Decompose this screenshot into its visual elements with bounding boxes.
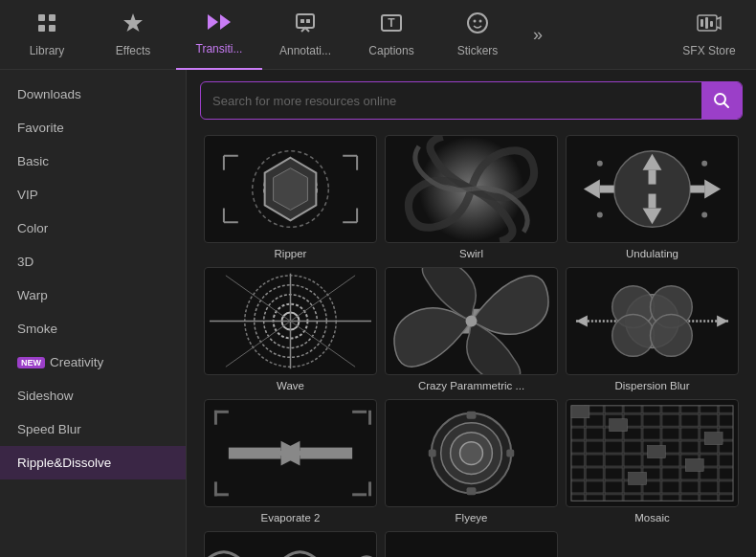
sidebar-item-downloads[interactable]: Downloads xyxy=(0,78,186,111)
grid-item-partial-1[interactable] xyxy=(200,527,381,557)
svg-point-65 xyxy=(651,315,693,357)
evaporate2-label: Evaporate 2 xyxy=(260,512,320,524)
nav-stickers[interactable]: Stickers xyxy=(434,0,521,70)
svg-marker-5 xyxy=(208,14,218,30)
search-container xyxy=(200,81,743,120)
wave-label: Wave xyxy=(277,380,304,391)
svg-rect-87 xyxy=(467,488,477,496)
svg-rect-1 xyxy=(49,14,56,21)
sidebar-item-basic[interactable]: Basic xyxy=(0,145,186,178)
mosaic-thumbnail xyxy=(566,399,739,507)
svg-marker-73 xyxy=(277,441,300,466)
flyeye-label: Flyeye xyxy=(456,512,488,524)
mosaic-label: Mosaic xyxy=(634,512,669,524)
grid-item-wave[interactable]: Wave xyxy=(200,263,381,395)
sidebar-speed-blur-label: Speed Blur xyxy=(17,422,81,436)
svg-marker-39 xyxy=(584,180,600,199)
svg-rect-42 xyxy=(690,186,704,193)
svg-rect-2 xyxy=(38,25,45,32)
svg-rect-94 xyxy=(648,446,666,458)
grid-item-swirl[interactable]: Swirl xyxy=(381,131,562,263)
sidebar-color-label: Color xyxy=(17,221,48,235)
svg-rect-18 xyxy=(710,21,713,27)
dispersion-blur-thumbnail xyxy=(566,267,739,375)
nav-library-label: Library xyxy=(30,44,65,57)
nav-captions[interactable]: T Captions xyxy=(348,0,434,70)
search-button[interactable] xyxy=(701,82,742,119)
crazy-parametric-thumbnail xyxy=(385,267,558,375)
sfx-icon xyxy=(696,11,723,40)
svg-marker-24 xyxy=(274,168,308,211)
nav-effects[interactable]: Effects xyxy=(90,0,176,70)
nav-captions-label: Captions xyxy=(368,44,413,57)
swirl-label: Swirl xyxy=(459,248,483,259)
sidebar-item-warp[interactable]: Warp xyxy=(0,278,186,312)
svg-point-44 xyxy=(701,161,707,167)
nav-stickers-label: Stickers xyxy=(457,44,499,57)
svg-marker-69 xyxy=(717,316,728,327)
svg-rect-8 xyxy=(300,19,304,23)
svg-rect-79 xyxy=(214,482,217,497)
effects-icon xyxy=(122,11,145,40)
undulating-label: Undulating xyxy=(626,248,678,259)
sidebar-item-favorite[interactable]: Favorite xyxy=(0,111,186,145)
annotations-icon xyxy=(294,11,317,40)
svg-rect-86 xyxy=(467,412,477,419)
svg-rect-40 xyxy=(600,186,614,193)
svg-rect-77 xyxy=(368,411,371,425)
sidebar-item-smoke[interactable]: Smoke xyxy=(0,312,186,345)
search-input[interactable] xyxy=(201,86,701,116)
undulating-thumbnail xyxy=(566,135,739,243)
sidebar: Downloads Favorite Basic VIP Color 3D Wa… xyxy=(0,70,187,557)
svg-rect-81 xyxy=(368,482,371,497)
transitions-grid: Ripper xyxy=(187,131,756,557)
sidebar-item-color[interactable]: Color xyxy=(0,212,186,245)
sidebar-item-vip[interactable]: VIP xyxy=(0,178,186,212)
sidebar-item-sideshow[interactable]: Sideshow xyxy=(0,379,186,412)
svg-text:T: T xyxy=(388,16,395,30)
svg-rect-95 xyxy=(685,459,703,472)
sidebar-item-creativity[interactable]: NEW Creativity xyxy=(0,345,186,379)
grid-item-ripper[interactable]: Ripper xyxy=(200,131,381,263)
sidebar-ripple-dissolve-label: Ripple&Dissolve xyxy=(17,456,111,470)
grid-item-crazy-parametric[interactable]: Crazy Parammetric ... xyxy=(381,263,562,395)
svg-rect-17 xyxy=(705,17,708,29)
sidebar-item-ripple-dissolve[interactable]: Ripple&Dissolve xyxy=(0,446,186,479)
search-bar xyxy=(187,70,756,131)
evaporate2-thumbnail xyxy=(204,399,377,507)
sidebar-3d-label: 3D xyxy=(17,255,33,269)
grid-item-flyeye[interactable]: Flyeye xyxy=(381,395,562,527)
svg-rect-97 xyxy=(704,433,723,445)
svg-rect-16 xyxy=(700,19,703,27)
flyeye-thumbnail xyxy=(385,399,558,507)
sidebar-item-speed-blur[interactable]: Speed Blur xyxy=(0,412,186,446)
swirl-thumbnail xyxy=(385,135,558,243)
grid-item-partial-2[interactable] xyxy=(381,527,562,557)
svg-rect-72 xyxy=(300,448,352,459)
grid-item-dispersion-blur[interactable]: Dispersion Blur xyxy=(562,263,743,395)
sidebar-basic-label: Basic xyxy=(17,154,49,168)
svg-rect-3 xyxy=(49,25,56,32)
nav-sfx-store[interactable]: SFX Store xyxy=(666,0,752,70)
top-navigation: Library Effects Transiti... Annotat xyxy=(0,0,756,70)
nav-transitions-label: Transiti... xyxy=(196,42,243,56)
nav-annotations[interactable]: Annotati... xyxy=(262,0,348,70)
nav-more-button[interactable]: » xyxy=(521,0,555,70)
sidebar-warp-label: Warp xyxy=(17,288,48,302)
svg-point-14 xyxy=(479,20,482,23)
grid-item-evaporate2[interactable]: Evaporate 2 xyxy=(200,395,381,527)
svg-point-12 xyxy=(468,13,487,33)
partial2-thumbnail xyxy=(385,531,558,557)
svg-rect-36 xyxy=(649,170,656,185)
sidebar-smoke-label: Smoke xyxy=(17,322,57,336)
grid-item-undulating[interactable]: Undulating xyxy=(562,131,743,263)
nav-library[interactable]: Library xyxy=(4,0,90,70)
nav-transitions[interactable]: Transiti... xyxy=(176,0,262,70)
svg-rect-88 xyxy=(429,450,436,457)
ripper-label: Ripper xyxy=(275,248,307,259)
svg-marker-6 xyxy=(220,14,231,30)
svg-rect-89 xyxy=(506,450,514,457)
stickers-icon xyxy=(466,11,489,40)
grid-item-mosaic[interactable]: Mosaic xyxy=(562,395,743,527)
sidebar-item-3d[interactable]: 3D xyxy=(0,245,186,278)
